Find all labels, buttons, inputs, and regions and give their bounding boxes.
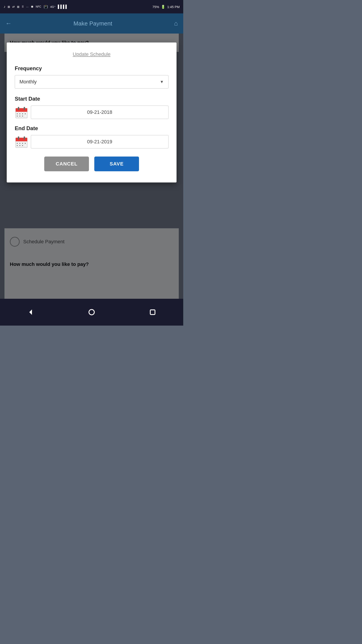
svg-point-11 [17,113,18,114]
music-icon: ♪ [3,5,5,9]
svg-point-30 [19,143,20,144]
svg-point-35 [22,145,23,146]
svg-point-31 [22,143,23,144]
svg-point-15 [17,116,18,116]
status-bar: ♪ ⊠ ⇄ ⊠ ⠿ ··· ✱ NFC 📳 4G⁺ ▌▌▌▌ 75% 🔋 1:4… [0,0,183,14]
svg-point-14 [25,113,26,114]
update-schedule-dialog: Update Schedule Frequency Monthly ▼ Star… [7,42,177,182]
outlook2-icon: ⊠ [17,5,19,8]
start-date-label: Start Date [15,96,168,102]
start-date-calendar-icon[interactable] [15,106,28,119]
svg-point-37 [89,310,94,315]
nav-bar: ← Make Payment ⌂ [0,14,183,34]
status-icons-left: ♪ ⊠ ⇄ ⊠ ⠿ ··· ✱ NFC 📳 4G⁺ ▌▌▌▌ [3,5,68,9]
svg-point-32 [25,143,26,144]
dots-icon: ··· [26,5,28,8]
svg-rect-38 [150,310,155,314]
dropdown-arrow-icon: ▼ [160,80,164,84]
dialog-buttons: CANCEL SAVE [15,156,168,171]
start-date-row: 09-21-2018 [15,106,168,119]
page-title: Make Payment [73,20,112,27]
time-display: 1:45 PM [167,5,180,9]
svg-rect-21 [18,136,19,140]
svg-point-34 [19,145,20,146]
svg-rect-4 [24,107,25,110]
back-button[interactable]: ← [5,20,12,27]
battery-percent: 75% [152,5,159,9]
home-button[interactable]: ⌂ [174,20,178,27]
save-button[interactable]: SAVE [94,156,139,171]
modal-overlay: Update Schedule Frequency Monthly ▼ Star… [0,34,183,299]
battery-icon: 🔋 [161,5,165,9]
frequency-value: Monthly [19,79,37,85]
svg-rect-22 [24,136,25,140]
end-date-label: End Date [15,125,168,132]
transfer-icon: ⇄ [12,5,15,8]
start-date-input[interactable]: 09-21-2018 [31,106,168,119]
svg-point-33 [17,145,18,146]
svg-rect-20 [16,140,27,141]
end-date-row: 09-21-2019 [15,135,168,148]
svg-rect-3 [18,107,19,110]
nav-recent-button[interactable] [146,306,159,319]
svg-rect-2 [16,110,27,112]
dialpad-icon: ⠿ [22,5,24,8]
bars-icon: ▌▌▌▌ [58,5,68,9]
svg-point-12 [19,113,20,114]
frequency-dropdown[interactable]: Monthly ▼ [15,75,168,88]
cancel-button[interactable]: CANCEL [44,156,89,171]
end-date-calendar-icon[interactable] [15,135,28,148]
svg-point-16 [19,116,20,116]
nav-home-button[interactable] [85,306,98,319]
dialog-title: Update Schedule [15,52,168,57]
svg-point-29 [17,143,18,144]
svg-point-17 [22,116,23,116]
bottom-nav-bar [0,299,183,326]
bluetooth-icon: ✱ [31,5,33,8]
status-right: 75% 🔋 1:45 PM [152,5,180,9]
nav-back-button[interactable] [24,306,37,319]
frequency-label: Frequency [15,65,168,72]
nfc-icon: NFC [36,5,41,8]
svg-marker-36 [29,310,32,315]
end-date-input[interactable]: 09-21-2019 [31,135,168,148]
svg-point-13 [22,113,23,114]
vibrate-icon: 📳 [43,5,48,9]
signal-icon: 4G⁺ [50,5,56,8]
outlook-icon: ⊠ [7,5,10,8]
